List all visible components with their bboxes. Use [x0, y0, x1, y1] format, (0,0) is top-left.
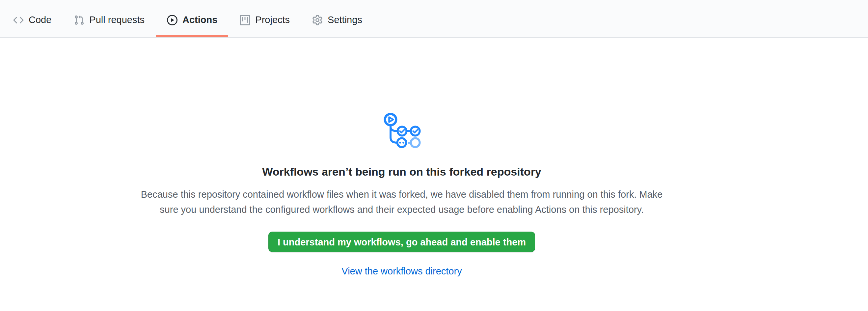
tab-pull-requests[interactable]: Pull requests: [63, 5, 155, 37]
tab-settings[interactable]: Settings: [301, 5, 373, 37]
tab-projects-label: Projects: [255, 15, 290, 25]
blankslate-description-line-1: Because this repository contained workfl…: [0, 187, 803, 202]
view-workflows-directory-link[interactable]: View the workflows directory: [341, 266, 462, 276]
play-icon: [167, 15, 178, 25]
workflow-graph-icon: [383, 112, 421, 150]
project-icon: [240, 15, 250, 25]
git-pull-request-icon: [74, 15, 84, 25]
repo-tab-bar: Code Pull requests Actions Projects Sett…: [0, 0, 868, 38]
blankslate-description-line-2: sure you understand the configured workf…: [0, 202, 803, 217]
tab-actions-label: Actions: [182, 15, 217, 25]
tab-code-label: Code: [29, 15, 51, 25]
workflows-directory-link-row: View the workflows directory: [0, 266, 803, 277]
enable-workflows-button[interactable]: I understand my workflows, go ahead and …: [268, 231, 535, 252]
tab-actions[interactable]: Actions: [156, 5, 228, 37]
main-content: Workflows aren’t being run on this forke…: [0, 38, 803, 277]
tab-settings-label: Settings: [328, 15, 362, 25]
code-icon: [13, 15, 24, 25]
tab-projects[interactable]: Projects: [229, 5, 301, 37]
blankslate-description: Because this repository contained workfl…: [0, 187, 803, 217]
blankslate-title: Workflows aren’t being run on this forke…: [0, 165, 803, 178]
gear-icon: [312, 15, 323, 25]
actions-disabled-blankslate: Workflows aren’t being run on this forke…: [0, 38, 803, 277]
tab-code[interactable]: Code: [2, 5, 62, 37]
tab-pull-requests-label: Pull requests: [89, 15, 145, 25]
